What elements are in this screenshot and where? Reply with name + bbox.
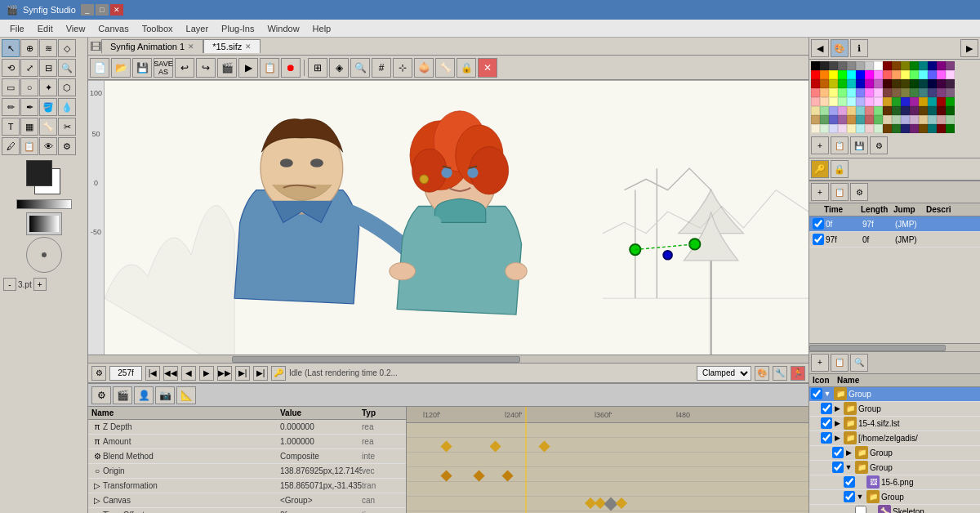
color-cell-19[interactable] — [838, 70, 847, 79]
color-cell-71[interactable] — [874, 97, 883, 106]
color-cell-125[interactable] — [928, 124, 937, 133]
color-cell-122[interactable] — [901, 124, 910, 133]
color-squares[interactable] — [26, 160, 62, 196]
tool-circle[interactable]: ○ — [20, 78, 38, 96]
color-cell-93[interactable] — [928, 106, 937, 115]
color-cell-81[interactable] — [820, 106, 829, 115]
tl-row-timeoffset[interactable]: ○ Time Offset 0f time — [88, 508, 406, 513]
tab-animation1[interactable]: Synfig Animation 1 ✕ — [101, 39, 203, 53]
color-cell-45[interactable] — [928, 79, 937, 88]
color-cell-92[interactable] — [919, 106, 928, 115]
color-cell-62[interactable] — [937, 88, 946, 97]
color-cell-79[interactable] — [946, 97, 955, 106]
color-cell-65[interactable] — [820, 97, 829, 106]
keyframe-3c[interactable] — [501, 470, 513, 481]
color-cell-91[interactable] — [910, 106, 919, 115]
color-cell-17[interactable] — [820, 70, 829, 79]
color-cell-119[interactable] — [874, 124, 883, 133]
color-cell-77[interactable] — [928, 97, 937, 106]
color-cell-82[interactable] — [829, 106, 838, 115]
color-cell-11[interactable] — [910, 61, 919, 70]
tool-rect[interactable]: ▭ — [2, 78, 20, 96]
color-cell-72[interactable] — [883, 97, 892, 106]
kf-c4[interactable] — [616, 497, 627, 509]
color-cell-1[interactable] — [820, 61, 829, 70]
size-increase-button[interactable]: + — [33, 278, 47, 291]
play-btn[interactable]: ▶ — [199, 366, 214, 381]
prev-frame-btn[interactable]: ◀ — [181, 366, 196, 381]
undo-btn[interactable]: ↩ — [175, 58, 194, 78]
layer-row-png[interactable]: 🖼 15-6.png — [809, 475, 980, 490]
menu-layer[interactable]: Layer — [180, 22, 216, 35]
tab-sifz[interactable]: *15.sifz ✕ — [203, 39, 261, 53]
bone-btn[interactable]: 🦴 — [435, 58, 455, 78]
layer-row-skeleton[interactable]: 🦴 Skeleton — [809, 505, 980, 514]
properties-btn[interactable]: 📋 — [260, 58, 279, 78]
color-cell-42[interactable] — [901, 79, 910, 88]
scrollbar-thumb[interactable] — [232, 356, 520, 363]
layers-search-btn[interactable]: 🔍 — [850, 354, 868, 372]
menu-window[interactable]: Window — [261, 22, 305, 35]
layer-expand-5[interactable]: ▼ — [844, 463, 853, 471]
color-cell-7[interactable] — [874, 61, 883, 70]
color-cell-107[interactable] — [910, 115, 919, 124]
color-cell-89[interactable] — [892, 106, 901, 115]
color-cell-94[interactable] — [937, 106, 946, 115]
color-cell-124[interactable] — [919, 124, 928, 133]
tool-clipboard[interactable]: 📋 — [20, 137, 38, 155]
lock-btn[interactable]: 🔒 — [457, 58, 476, 78]
redo-btn[interactable]: ↪ — [196, 58, 216, 78]
layer-expand-2[interactable]: ▶ — [832, 419, 842, 427]
color-cell-67[interactable] — [838, 97, 847, 106]
layer-check-1[interactable] — [821, 403, 832, 414]
color-cell-27[interactable] — [910, 70, 919, 79]
palette-copy-btn[interactable]: 📋 — [831, 136, 849, 154]
menu-edit[interactable]: Edit — [31, 22, 60, 35]
color-cell-13[interactable] — [928, 61, 937, 70]
color-cell-69[interactable] — [856, 97, 865, 106]
tool-bone[interactable]: 🦴 — [39, 118, 57, 136]
color-cell-74[interactable] — [901, 97, 910, 106]
tl-settings-btn[interactable]: ⚙ — [91, 386, 111, 404]
tl-icon1[interactable]: 🎬 — [113, 386, 132, 404]
color-cell-111[interactable] — [946, 115, 955, 124]
color-cell-70[interactable] — [865, 97, 874, 106]
tl-row-zdepth[interactable]: π Z Depth 0.000000 rea — [88, 420, 406, 435]
layer-row-group-1[interactable]: ▶ 📁 Group — [809, 402, 980, 417]
layer-check-7[interactable] — [844, 491, 855, 502]
tl-row-transform[interactable]: ▷ Transformation 158.865071px,-31.43554 … — [88, 479, 406, 493]
color-cell-43[interactable] — [910, 79, 919, 88]
layer-row-group-7[interactable]: ▼ 📁 Group — [809, 490, 980, 505]
color-cell-123[interactable] — [910, 124, 919, 133]
rnb-palette-btn[interactable]: 🎨 — [831, 39, 849, 57]
tl-row-blend[interactable]: ⚙ Blend Method Composite inte — [88, 449, 406, 464]
open-btn[interactable]: 📂 — [111, 58, 131, 78]
color-cell-5[interactable] — [856, 61, 865, 70]
color-cell-25[interactable] — [892, 70, 901, 79]
color-cell-90[interactable] — [901, 106, 910, 115]
quality-btn[interactable]: ◈ — [329, 58, 349, 78]
color-cell-112[interactable] — [811, 124, 820, 133]
tool-feather[interactable]: ✏ — [2, 98, 20, 116]
minimize-button[interactable]: _ — [81, 4, 94, 16]
menu-help[interactable]: Help — [306, 22, 338, 35]
color-cell-26[interactable] — [901, 70, 910, 79]
color-cell-6[interactable] — [865, 61, 874, 70]
blend-mode-select[interactable]: Clamped — [697, 366, 751, 381]
close-button[interactable]: ✕ — [110, 4, 123, 16]
foreground-color[interactable] — [26, 160, 52, 186]
menu-toolbox[interactable]: Toolbox — [136, 22, 180, 35]
layer-expand-1[interactable]: ▶ — [832, 404, 842, 413]
tool-poly[interactable]: ⬡ — [58, 78, 76, 96]
layer-check-6[interactable] — [844, 476, 855, 488]
color-cell-22[interactable] — [865, 70, 874, 79]
color-cell-21[interactable] — [856, 70, 865, 79]
color-cell-39[interactable] — [874, 79, 883, 88]
canvas-settings-btn[interactable]: ⚙ — [91, 366, 106, 381]
color-cell-12[interactable] — [919, 61, 928, 70]
save-as-btn[interactable]: SAVE AS — [154, 58, 173, 78]
color-cell-105[interactable] — [892, 115, 901, 124]
color-cell-75[interactable] — [910, 97, 919, 106]
color-cell-51[interactable] — [838, 88, 847, 97]
layers-copy-btn[interactable]: 📋 — [831, 354, 849, 372]
